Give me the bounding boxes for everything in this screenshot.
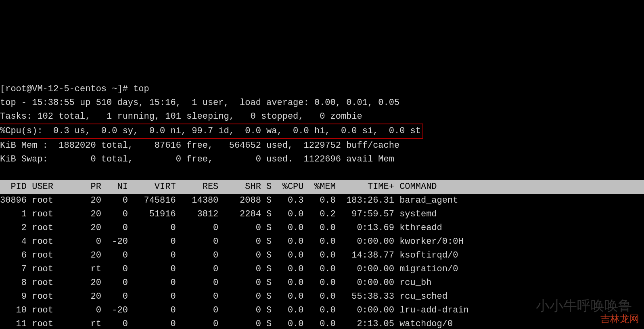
shell-prompt: [root@VM-12-5-centos ~]# top bbox=[0, 84, 149, 94]
process-table-header: PID USER PR NI VIRT RES SHR S %CPU %MEM … bbox=[0, 180, 644, 194]
swap-summary-line: KiB Swap: 0 total, 0 free, 0 used. 11226… bbox=[0, 154, 394, 164]
top-summary-line-1: top - 15:38:55 up 510 days, 15:16, 1 use… bbox=[0, 98, 399, 108]
terminal-output[interactable]: [root@VM-12-5-centos ~]# top top - 15:38… bbox=[0, 69, 644, 329]
process-table-rows: 30896 root 20 0 745816 14380 2088 S 0.3 … bbox=[0, 194, 644, 329]
mem-summary-line: KiB Mem : 1882020 total, 87616 free, 564… bbox=[0, 140, 399, 151]
top-summary-line-2: Tasks: 102 total, 1 running, 101 sleepin… bbox=[0, 111, 362, 122]
cpu-summary-highlight: %Cpu(s): 0.3 us, 0.0 sy, 0.0 ni, 99.7 id… bbox=[0, 124, 423, 139]
